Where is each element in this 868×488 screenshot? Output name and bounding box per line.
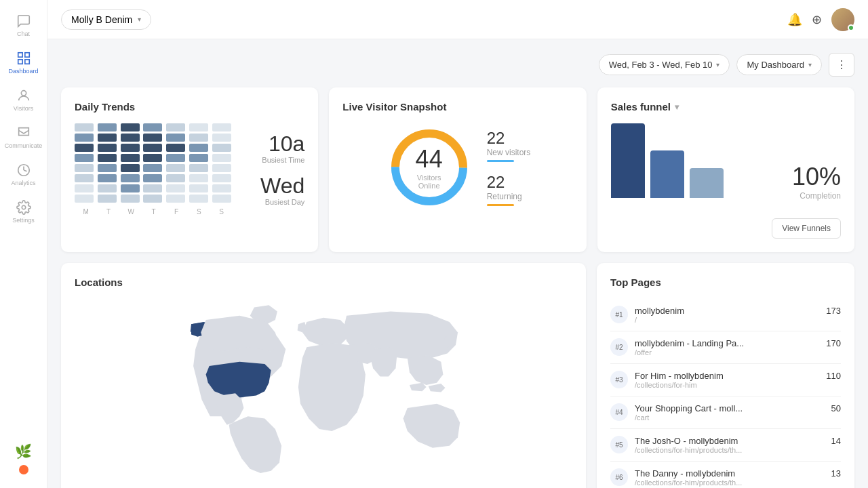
filter-bar: Wed, Feb 3 - Wed, Feb 10 ▾ My Dashboard … [61,53,854,77]
heatmap-cell [121,174,140,182]
heatmap-cell [212,164,231,172]
heatmap-cell [143,195,162,203]
page-rank: #2 [610,338,628,356]
visitor-stats: 22 New visitors 22 Returning [487,129,531,206]
heatmap-cell [98,123,117,131]
top-pages-title: Top Pages [610,277,841,288]
heatmap-cell [121,144,140,152]
avatar[interactable] [831,8,854,31]
page-count: 13 [831,468,841,479]
page-item: #3 For Him - mollybdenim /collections/fo… [610,364,841,396]
busiest-time-value: 10a [243,133,304,155]
sidebar-item-communicate[interactable]: Communicate [0,119,47,156]
sidebar-item-dashboard[interactable]: Dashboard [0,44,47,81]
heatmap-cell [75,184,94,192]
heatmap-cell [166,164,185,172]
svg-rect-2 [18,60,22,64]
returning-label: Returning [487,192,531,201]
new-visitors-indicator [487,160,514,162]
notification-icon[interactable]: 🔔 [787,12,802,27]
page-url: /offer [635,348,819,357]
page-name: Your Shopping Cart - moll... [635,403,825,413]
day-label: S [188,208,210,216]
heatmap-cell [189,174,208,182]
more-options-button[interactable]: ⋮ [829,53,854,77]
heatmap-cell [166,123,185,131]
page-count: 14 [831,436,841,446]
page-rank: #1 [610,306,628,323]
heatmap-cell [98,184,117,192]
heatmap-cell [75,123,94,131]
page-url: /collections/for-him/products/th... [635,446,825,454]
page-rank: #6 [610,468,628,486]
svg-rect-1 [24,53,28,57]
page-name: mollybdenim - Landing Pa... [635,338,819,348]
page-info: For Him - mollybdenim /collections/for-h… [635,371,819,389]
page-count: 170 [826,338,841,348]
heatmap-cell [98,174,117,182]
locations-card: Locations [61,263,586,488]
sidebar-item-chat[interactable]: Chat [0,7,47,44]
live-visitor-card: Live Visitor Snapshot 44 [329,87,586,252]
page-name: For Him - mollybdenim [635,371,819,381]
page-count: 110 [826,371,841,381]
sidebar-bottom: 🌿 [15,443,32,481]
funnel-bars-container [611,123,724,201]
heatmap-cell [75,144,94,152]
heatmap-cell [121,164,140,172]
heatmap-cell [143,174,162,182]
content-area: Wed, Feb 3 - Wed, Feb 10 ▾ My Dashboard … [47,39,868,488]
visitors-online-number: 44 [407,145,451,174]
page-count: 50 [831,403,841,413]
page-name: mollybdenim [635,306,819,316]
view-funnels-button[interactable]: View Funnels [772,218,841,239]
new-visitors-number: 22 [487,129,531,148]
brand-selector[interactable]: Molly B Denim ▾ [61,9,151,30]
daily-trends-card: Daily Trends MTWTFSS 10a Busiest Time We… [61,87,318,252]
sidebar-item-visitors[interactable]: Visitors [0,81,47,119]
heatmap-cell [121,195,140,203]
completion-label: Completion [792,191,841,201]
heatmap-cell [189,184,208,192]
sidebar-item-analytics[interactable]: Analytics [0,156,47,193]
donut-center: 44 Visitors Online [407,145,451,190]
heatmap-wrapper: MTWTFSS [75,123,233,216]
new-visitors-label: New visitors [487,148,531,157]
heatmap-cell [75,154,94,162]
page-url: /collections/for-him [635,381,819,389]
heatmap-cell [212,123,231,131]
page-info: mollybdenim / [635,306,819,324]
live-content: 44 Visitors Online 22 New visitors 22 Re… [342,123,572,211]
heatmap-cell [189,123,208,131]
dashboard-filter[interactable]: My Dashboard ▾ [736,54,822,75]
sales-funnel-title: Sales funnel ▾ [611,101,841,113]
sidebar-item-settings[interactable]: Settings [0,193,47,230]
heatmap-cell [121,154,140,162]
top-pages-list: #1 mollybdenim / 173 #2 mollybdenim - La… [610,299,841,488]
heatmap-grid [75,123,233,203]
funnel-bar-2 [650,150,684,198]
help-icon[interactable]: ⊕ [812,12,822,27]
busiest-time-stat: 10a Busiest Time [243,133,304,164]
funnel-chevron: ▾ [675,102,679,112]
heatmap-cell [143,184,162,192]
page-item: #1 mollybdenim / 173 [610,299,841,331]
page-name: The Danny - mollybdenim [635,468,825,479]
heatmap-cell [166,174,185,182]
dashboard-label: My Dashboard [747,60,804,70]
heatmap-cell [212,144,231,152]
date-range-filter[interactable]: Wed, Feb 3 - Wed, Feb 10 ▾ [599,54,730,75]
funnel-layout: 10% Completion [611,123,841,201]
topbar: Molly B Denim ▾ 🔔 ⊕ [47,0,868,39]
date-range-text: Wed, Feb 3 - Wed, Feb 10 [609,60,713,70]
page-rank: #4 [610,403,628,421]
page-info: Your Shopping Cart - moll... /cart [635,403,825,422]
heatmap-cell [75,195,94,203]
bottom-row: Locations [61,263,854,488]
busiest-day-stat: Wed Busiest Day [243,175,304,206]
world-map [75,299,572,475]
status-dot [19,465,28,474]
brand-chevron: ▾ [138,16,141,23]
page-url: / [635,316,819,324]
heatmap-cell [166,134,185,142]
